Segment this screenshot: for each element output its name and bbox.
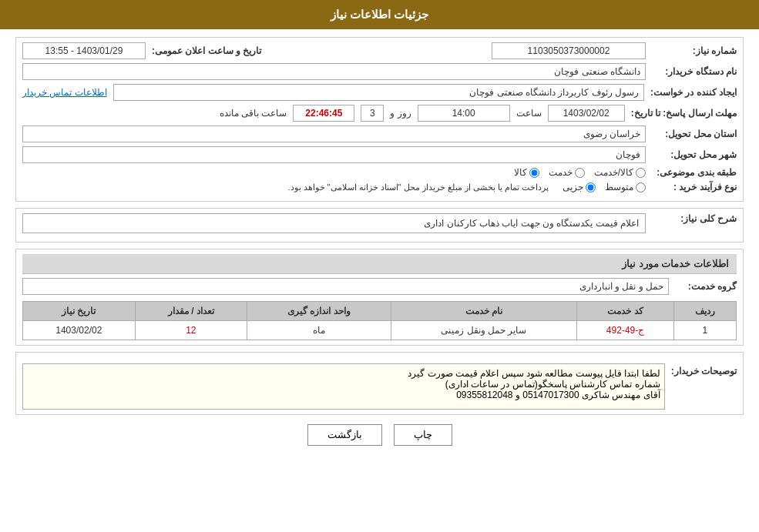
sharh-label: شرح کلی نیاز:	[652, 213, 737, 224]
radio-jozi-label: جزیی	[563, 182, 583, 192]
print-button[interactable]: چاپ	[394, 424, 452, 446]
radio-kala[interactable]: کالا	[514, 167, 539, 178]
sharh-value: اعلام قیمت یکدستگاه ون جهت ایاب ذهاب کار…	[22, 213, 646, 233]
radio-kala-label: کالا	[514, 167, 527, 178]
namdastgah-label: نام دستگاه خریدار:	[652, 66, 737, 77]
row-ejad: ایجاد کننده در خواست: رسول رئوف کاربرداز…	[22, 84, 737, 101]
sharh-section: شرح کلی نیاز: اعلام قیمت یکدستگاه ون جهت…	[15, 208, 744, 243]
main-content: شماره نیاز: 1103050373000002 تاریخ و ساع…	[0, 29, 759, 453]
description-box: توصیحات خریدار:	[22, 363, 737, 410]
row-ostan: استان محل تحویل: خراسان رضوی	[22, 125, 737, 142]
namdastgah-value: دانشگاه صنعتی فوچان	[22, 63, 646, 80]
cell-unit: ماه	[247, 321, 391, 340]
tabaqe-radio-group: کالا/خدمت خدمت کالا	[514, 167, 646, 178]
mohlat-roz-label: روز و	[390, 108, 411, 119]
col-code: کد خدمت	[577, 302, 673, 321]
shomare-niaz-value: 1103050373000002	[492, 42, 646, 59]
shahr-value: فوچان	[22, 146, 646, 163]
group-label: گروه خدمت:	[675, 281, 737, 292]
page-header: جزئیات اطلاعات نیاز	[0, 0, 759, 29]
group-row: گروه خدمت: حمل و نقل و انبارداری	[22, 278, 737, 295]
tosif-label: توصیحات خریدار:	[671, 363, 737, 376]
tarikh-value: 1403/01/29 - 13:55	[22, 42, 146, 59]
mohlat-date: 1403/02/02	[548, 105, 625, 122]
radio-kala-input[interactable]	[529, 168, 539, 178]
radio-khedmat-label: خدمت	[549, 167, 573, 178]
radio-khedmat-input[interactable]	[575, 168, 585, 178]
shomare-niaz-label: شماره نیاز:	[652, 45, 737, 56]
cell-code: ج-49-492	[577, 321, 673, 340]
buttons-row: چاپ بازگشت	[15, 424, 744, 446]
col-date: تاریخ نیاز	[23, 302, 136, 321]
cell-name: سایر حمل ونقل زمینی	[391, 321, 577, 340]
mohlat-saat: 14:00	[418, 105, 510, 122]
cell-date: 1403/02/02	[23, 321, 136, 340]
radio-motovaset-input[interactable]	[636, 182, 646, 192]
cell-radif: 1	[673, 321, 736, 340]
table-row: 1 ج-49-492 سایر حمل ونقل زمینی ماه 12 14…	[23, 321, 737, 340]
khidmat-section-title: اطلاعات خدمات مورد نیاز	[22, 254, 737, 274]
mohlat-saat-label: ساعت	[516, 108, 542, 119]
row-shahr: شهر محل تحویل: فوچان	[22, 146, 737, 163]
radio-kala-khedmat-input[interactable]	[636, 168, 646, 178]
radio-motovaset-label: متوسط	[605, 182, 633, 192]
ostan-value: خراسان رضوی	[22, 125, 646, 142]
col-unit: واحد اندازه گیری	[247, 302, 391, 321]
sharh-row: شرح کلی نیاز: اعلام قیمت یکدستگاه ون جهت…	[22, 213, 737, 233]
radio-jozi[interactable]: جزیی	[563, 182, 596, 192]
radio-kala-khedmat-label: کالا/خدمت	[594, 167, 633, 178]
table-header-row: ردیف کد خدمت نام خدمت واحد اندازه گیری ت…	[23, 302, 737, 321]
page-wrapper: جزئیات اطلاعات نیاز شماره نیاز: 11030503…	[0, 0, 759, 532]
ejad-link[interactable]: اطلاعات تماس خریدار	[22, 87, 107, 98]
row-farayand: نوع فرآیند خرید : متوسط جزیی پرداخت تمام…	[22, 182, 737, 192]
shahr-label: شهر محل تحویل:	[652, 149, 737, 160]
back-button[interactable]: بازگشت	[307, 424, 382, 446]
services-table: ردیف کد خدمت نام خدمت واحد اندازه گیری ت…	[22, 301, 737, 340]
mohlat-remaining: 22:46:45	[293, 105, 354, 122]
row-tabaqe: طبقه بندی موضوعی: کالا/خدمت خدمت کالا	[22, 167, 737, 178]
ejad-label: ایجاد کننده در خواست:	[650, 87, 737, 98]
khidmat-section: اطلاعات خدمات مورد نیاز گروه خدمت: حمل و…	[15, 249, 744, 346]
radio-motovaset[interactable]: متوسط	[605, 182, 646, 192]
farayand-radio-group: متوسط جزیی	[563, 182, 646, 192]
row-mohlat: مهلت ارسال پاسخ: تا تاریخ: 1403/02/02 سا…	[22, 105, 737, 122]
tabaqe-label: طبقه بندی موضوعی:	[652, 167, 737, 178]
farayand-label: نوع فرآیند خرید :	[652, 182, 737, 192]
page-title: جزئیات اطلاعات نیاز	[331, 8, 428, 21]
basic-info-section: شماره نیاز: 1103050373000002 تاریخ و ساع…	[15, 37, 744, 202]
radio-jozi-input[interactable]	[586, 182, 596, 192]
mohlat-remaining-label: ساعت باقی مانده	[220, 108, 287, 119]
row-shomare-tarikh: شماره نیاز: 1103050373000002 تاریخ و ساع…	[22, 42, 737, 59]
ostan-label: استان محل تحویل:	[652, 129, 737, 139]
radio-kala-khedmat[interactable]: کالا/خدمت	[594, 167, 646, 178]
farayand-desc: پرداخت تمام یا بخشی از مبلغ خریداز محل "…	[287, 182, 549, 192]
group-value: حمل و نقل و انبارداری	[22, 278, 669, 295]
col-count: تعداد / مقدار	[135, 302, 247, 321]
tosif-section: توصیحات خریدار:	[15, 352, 744, 415]
ejad-value: رسول رئوف کاربرداز دانشگاه صنعتی فوچان	[113, 84, 644, 101]
row-namdastgah: نام دستگاه خریدار: دانشگاه صنعتی فوچان	[22, 63, 737, 80]
radio-khedmat[interactable]: خدمت	[549, 167, 585, 178]
mohlat-label: مهلت ارسال پاسخ: تا تاریخ:	[631, 108, 737, 119]
mohlat-roz: 3	[361, 105, 384, 122]
col-radif: ردیف	[673, 302, 736, 321]
col-name: نام خدمت	[391, 302, 577, 321]
services-table-container: ردیف کد خدمت نام خدمت واحد اندازه گیری ت…	[22, 301, 737, 340]
tarikh-label: تاریخ و ساعت اعلان عمومی:	[152, 45, 261, 56]
cell-count: 12	[135, 321, 247, 340]
tosif-textarea	[22, 363, 665, 410]
